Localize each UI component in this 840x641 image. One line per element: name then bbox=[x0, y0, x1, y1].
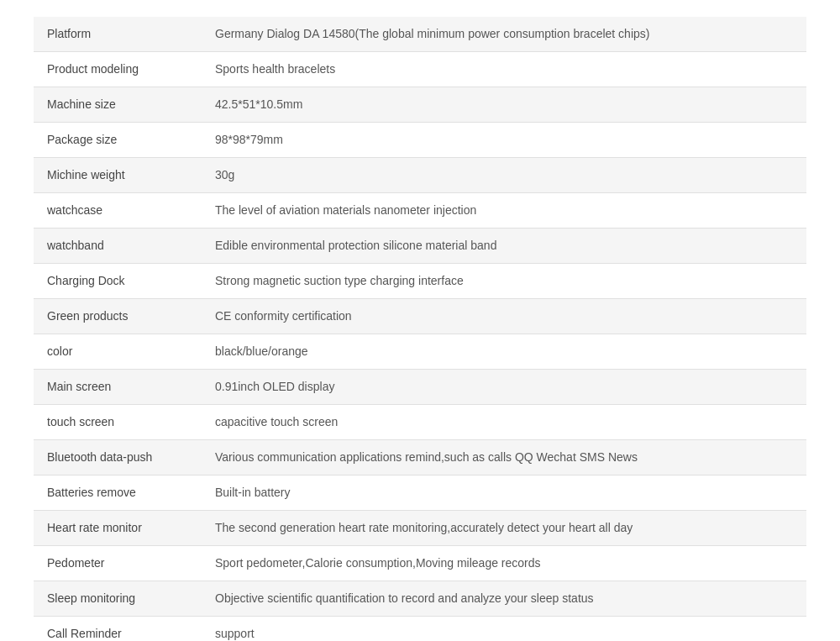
table-row: Sleep monitoringObjective scientific qua… bbox=[34, 581, 806, 617]
spec-label: touch screen bbox=[34, 405, 202, 440]
spec-value: Sport pedometer,Calorie consumption,Movi… bbox=[202, 546, 806, 581]
spec-value: 0.91inch OLED display bbox=[202, 370, 806, 405]
spec-value: Edible environmental protection silicone… bbox=[202, 229, 806, 264]
spec-value: CE conformity certification bbox=[202, 299, 806, 334]
spec-label: Bluetooth data-push bbox=[34, 440, 202, 475]
table-row: watchbandEdible environmental protection… bbox=[34, 229, 806, 264]
table-row: Package size98*98*79mm bbox=[34, 123, 806, 158]
spec-label: watchband bbox=[34, 229, 202, 264]
table-row: Heart rate monitorThe second generation … bbox=[34, 511, 806, 546]
spec-value: 30g bbox=[202, 158, 806, 193]
spec-value: Germany Dialog DA 14580(The global minim… bbox=[202, 17, 806, 52]
table-row: colorblack/blue/orange bbox=[34, 334, 806, 370]
table-row: touch screencapacitive touch screen bbox=[34, 405, 806, 440]
spec-value: Strong magnetic suction type charging in… bbox=[202, 264, 806, 299]
spec-label: Package size bbox=[34, 123, 202, 158]
spec-label: watchcase bbox=[34, 193, 202, 229]
spec-label: Main screen bbox=[34, 370, 202, 405]
spec-label: Platform bbox=[34, 17, 202, 52]
table-row: PedometerSport pedometer,Calorie consump… bbox=[34, 546, 806, 581]
spec-label: Product modeling bbox=[34, 52, 202, 87]
spec-label: Batteries remove bbox=[34, 475, 202, 511]
spec-value: 98*98*79mm bbox=[202, 123, 806, 158]
spec-value: The second generation heart rate monitor… bbox=[202, 511, 806, 546]
spec-label: Pedometer bbox=[34, 546, 202, 581]
table-row: Green productsCE conformity certificatio… bbox=[34, 299, 806, 334]
spec-label: Call Reminder bbox=[34, 617, 202, 642]
spec-value: Built-in battery bbox=[202, 475, 806, 511]
table-row: Michine weight30g bbox=[34, 158, 806, 193]
spec-label: Machine size bbox=[34, 87, 202, 123]
spec-label: Charging Dock bbox=[34, 264, 202, 299]
spec-value: 42.5*51*10.5mm bbox=[202, 87, 806, 123]
spec-value: capacitive touch screen bbox=[202, 405, 806, 440]
spec-label: Green products bbox=[34, 299, 202, 334]
table-row: Bluetooth data-pushVarious communication… bbox=[34, 440, 806, 475]
spec-value: black/blue/orange bbox=[202, 334, 806, 370]
spec-value: support bbox=[202, 617, 806, 642]
table-row: watchcaseThe level of aviation materials… bbox=[34, 193, 806, 229]
table-row: Charging DockStrong magnetic suction typ… bbox=[34, 264, 806, 299]
spec-label: Heart rate monitor bbox=[34, 511, 202, 546]
spec-label: Michine weight bbox=[34, 158, 202, 193]
spec-value: Sports health bracelets bbox=[202, 52, 806, 87]
table-row: PlatformGermany Dialog DA 14580(The glob… bbox=[34, 17, 806, 52]
table-row: Product modelingSports health bracelets bbox=[34, 52, 806, 87]
spec-value: Objective scientific quantification to r… bbox=[202, 581, 806, 617]
spec-table: PlatformGermany Dialog DA 14580(The glob… bbox=[34, 17, 806, 641]
spec-value: Various communication applications remin… bbox=[202, 440, 806, 475]
table-row: Call Remindersupport bbox=[34, 617, 806, 642]
spec-value: The level of aviation materials nanomete… bbox=[202, 193, 806, 229]
table-row: Machine size42.5*51*10.5mm bbox=[34, 87, 806, 123]
spec-label: color bbox=[34, 334, 202, 370]
table-row: Main screen0.91inch OLED display bbox=[34, 370, 806, 405]
spec-label: Sleep monitoring bbox=[34, 581, 202, 617]
table-row: Batteries removeBuilt-in battery bbox=[34, 475, 806, 511]
